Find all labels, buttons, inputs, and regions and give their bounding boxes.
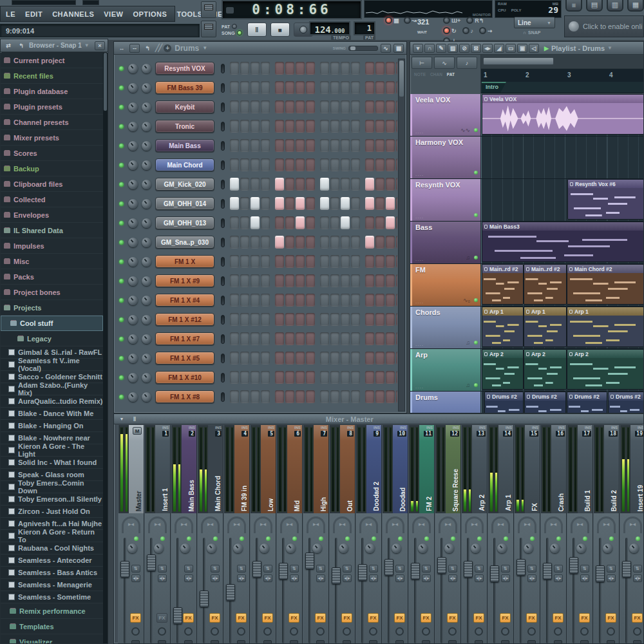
- channel-button[interactable]: FM 1 X #4: [155, 294, 214, 307]
- step-cell[interactable]: [275, 178, 284, 191]
- step-cell[interactable]: [396, 352, 397, 365]
- channel-enable-led[interactable]: [119, 356, 124, 361]
- browser-item[interactable]: Adam Szabo..(Funky Mix): [1, 383, 103, 395]
- step-cell[interactable]: [306, 197, 315, 210]
- browser-item[interactable]: Clipboard files: [1, 176, 103, 192]
- step-cell[interactable]: [275, 390, 284, 403]
- browser-item[interactable]: Toby Emers..Comin Down: [1, 481, 103, 493]
- browser-item[interactable]: Toby Emerson..Il Silently: [1, 493, 103, 506]
- step-cell[interactable]: [296, 62, 305, 75]
- track-lane[interactable]: Veela VOX: [481, 94, 643, 136]
- step-cell[interactable]: [230, 352, 239, 365]
- strip-panel[interactable]: INS 3 M Main Chord: [208, 425, 223, 513]
- step-cell[interactable]: [285, 178, 294, 191]
- stereo-link-button[interactable]: ◂|▸: [422, 574, 431, 582]
- step-cell[interactable]: [230, 371, 239, 384]
- step-cell[interactable]: [351, 139, 360, 152]
- strip-panel[interactable]: INS 14 M Arp 1: [498, 425, 513, 513]
- pan-knob[interactable]: [128, 354, 138, 363]
- menu-item[interactable]: TOOLS: [176, 10, 202, 18]
- step-cell[interactable]: [386, 274, 395, 287]
- step-cell[interactable]: [251, 62, 260, 75]
- browser-titlebar[interactable]: ⇄ ↰ Browser - Snap 1 ▼ ×: [1, 39, 108, 52]
- browser-item[interactable]: Seamless - Antecoder: [1, 554, 103, 567]
- clip-titlebar[interactable]: Veela VOX: [482, 95, 643, 103]
- close-icon[interactable]: ×: [95, 41, 105, 50]
- pattern-selector[interactable]: + Drums ▼: [164, 44, 207, 53]
- step-cell[interactable]: [386, 216, 395, 229]
- pattern-clip[interactable]: Arp 1: [567, 307, 643, 347]
- step-cell[interactable]: [351, 100, 360, 113]
- step-cell[interactable]: [261, 197, 270, 210]
- menu-item[interactable]: CHANNELS: [52, 10, 94, 18]
- track-lane[interactable]: [481, 137, 643, 178]
- step-cell[interactable]: [351, 390, 360, 403]
- track-lane[interactable]: Main..rd #2 Main..rd #2: [481, 264, 643, 306]
- mixer-strip[interactable]: INS 19 M Insert 19 ▶◀ ⇅ ◂|▸ FX: [620, 425, 643, 643]
- step-cell[interactable]: [341, 62, 350, 75]
- step-cell[interactable]: [320, 197, 329, 210]
- clock-icon[interactable]: [158, 627, 166, 636]
- browser-item[interactable]: Remix performance: [1, 603, 103, 619]
- playlist-titlebar[interactable]: ▾∩✎▨⊘⊠◂▸◢▭▣◁ ▶ Playlist - Drums ▼: [410, 42, 643, 55]
- volume-fader[interactable]: [384, 559, 393, 576]
- channel-selector-pill[interactable]: [221, 199, 225, 209]
- playlist-hscrollbar[interactable]: [481, 55, 643, 69]
- step-cell[interactable]: [330, 313, 339, 326]
- strip-panel[interactable]: INS 12 M Square Reese: [446, 425, 460, 513]
- step-cell[interactable]: [285, 255, 294, 268]
- step-cell[interactable]: [230, 100, 239, 113]
- mixer-strip[interactable]: INS 7 M High ▶◀ ⇅ ◂|▸ FX: [303, 425, 329, 643]
- volume-fader[interactable]: [279, 563, 288, 580]
- save-icon[interactable]: [211, 640, 219, 643]
- pan-knob[interactable]: [128, 83, 138, 93]
- pattern-clip[interactable]: Arp 1: [482, 307, 524, 347]
- channel-rack-scrollbar[interactable]: [398, 59, 405, 412]
- volume-fader[interactable]: [490, 565, 499, 582]
- step-cell[interactable]: [251, 158, 260, 171]
- playlist-tool-icon[interactable]: ▨: [448, 44, 458, 53]
- channel-enable-led[interactable]: [119, 144, 124, 148]
- step-cell[interactable]: [320, 81, 329, 94]
- strip-pan-knob[interactable]: [444, 544, 454, 553]
- stepper-button[interactable]: ⇅: [184, 565, 193, 573]
- save-icon[interactable]: [343, 640, 351, 643]
- pattern-clip[interactable]: Drums #2: [567, 392, 607, 413]
- browser-item[interactable]: Blake - Hanging On: [1, 420, 103, 432]
- channel-enable-led[interactable]: [119, 105, 124, 109]
- mixer-strip[interactable]: INS 9 M Doodad 2 ▶◀ ⇅ ◂|▸ FX: [355, 425, 382, 643]
- volume-fader[interactable]: [147, 554, 156, 571]
- step-cell[interactable]: [365, 120, 374, 133]
- fx-button[interactable]: FX: [262, 613, 273, 623]
- step-cell[interactable]: [230, 255, 239, 268]
- step-cell[interactable]: [320, 62, 329, 75]
- mixer-strip[interactable]: INS 17 M Build 1 ▶◀ ⇅ ◂|▸ FX: [567, 425, 593, 643]
- step-cell[interactable]: [365, 81, 374, 94]
- save-icon[interactable]: [158, 640, 166, 643]
- strip-enable-led[interactable]: [609, 536, 614, 541]
- browser-item[interactable]: Solid Inc - What I found: [1, 457, 103, 469]
- strip-panel[interactable]: INS 5 M Low: [261, 425, 276, 513]
- step-cell[interactable]: [275, 371, 284, 384]
- track-header[interactable]: Drums ....: [410, 392, 481, 413]
- fx-button[interactable]: FX: [553, 613, 564, 623]
- step-cell[interactable]: [375, 120, 384, 133]
- stepper-button[interactable]: ⇅: [369, 565, 378, 573]
- step-cell[interactable]: [365, 236, 374, 249]
- strip-pan-knob[interactable]: [260, 544, 269, 553]
- strip-enable-led[interactable]: [451, 536, 455, 541]
- pan-knob[interactable]: [128, 257, 138, 267]
- browser-item[interactable]: Envelopes: [1, 207, 103, 223]
- playlist-tool-icon[interactable]: ▭: [506, 44, 516, 53]
- clip-titlebar[interactable]: Main Bass3: [482, 222, 643, 231]
- stereo-link-button[interactable]: ◂|▸: [369, 574, 378, 582]
- channel-selector-pill[interactable]: [221, 315, 225, 325]
- step-cell[interactable]: [365, 371, 374, 384]
- step-cell[interactable]: [365, 255, 374, 268]
- window-toggle-button[interactable]: ▤: [586, 0, 603, 12]
- step-cell[interactable]: [341, 371, 350, 384]
- stepper-button[interactable]: ⇅: [501, 565, 510, 573]
- track-header[interactable]: Arp ....: [410, 349, 481, 391]
- song-led[interactable]: [237, 30, 242, 35]
- step-cell[interactable]: [296, 81, 305, 94]
